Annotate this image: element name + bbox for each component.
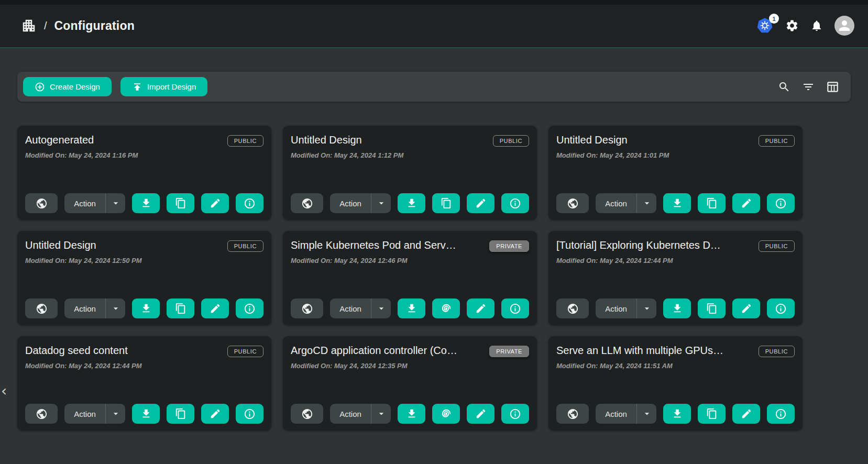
- info-design-button[interactable]: [236, 404, 263, 424]
- chevron-down-icon[interactable]: [371, 198, 391, 208]
- edit-design-button[interactable]: [201, 404, 229, 424]
- clone-design-button[interactable]: [698, 299, 726, 318]
- action-button-label[interactable]: Action: [64, 199, 105, 208]
- collapse-panel-chevron-icon[interactable]: ‹: [1, 384, 7, 399]
- download-design-button[interactable]: [132, 404, 160, 424]
- action-split-button[interactable]: Action: [330, 404, 391, 424]
- visibility-badge[interactable]: PUBLIC: [759, 346, 795, 357]
- kubernetes-context-icon[interactable]: 1: [756, 17, 774, 35]
- edit-design-button[interactable]: [732, 299, 760, 318]
- download-design-button[interactable]: [663, 299, 691, 318]
- info-icon: [509, 303, 521, 315]
- visibility-globe-button[interactable]: [291, 193, 323, 213]
- download-design-button[interactable]: [398, 193, 425, 213]
- info-design-button[interactable]: [501, 193, 529, 213]
- visibility-badge[interactable]: PRIVATE: [489, 346, 529, 357]
- visibility-badge[interactable]: PRIVATE: [489, 240, 529, 252]
- chevron-down-icon[interactable]: [637, 408, 656, 419]
- chevron-down-icon[interactable]: [637, 198, 656, 208]
- action-split-button[interactable]: Action: [64, 404, 125, 424]
- visibility-globe-button[interactable]: [25, 299, 58, 318]
- download-design-button[interactable]: [663, 404, 691, 424]
- clone-design-button[interactable]: [167, 404, 194, 424]
- visibility-globe-button[interactable]: [291, 299, 323, 318]
- info-design-button[interactable]: [767, 193, 795, 213]
- pencil-icon: [741, 303, 752, 314]
- visibility-badge[interactable]: PUBLIC: [227, 135, 263, 147]
- visibility-globe-button[interactable]: [291, 404, 323, 424]
- action-button-label[interactable]: Action: [596, 304, 636, 313]
- clone-design-button[interactable]: [167, 299, 194, 318]
- info-design-button[interactable]: [767, 404, 795, 424]
- visibility-globe-button[interactable]: [556, 404, 589, 424]
- download-design-button[interactable]: [132, 299, 160, 318]
- action-button-label[interactable]: Action: [330, 199, 371, 208]
- design-swirl-button[interactable]: [432, 299, 460, 318]
- action-split-button[interactable]: Action: [330, 193, 391, 213]
- action-split-button[interactable]: Action: [596, 193, 656, 213]
- action-button-label[interactable]: Action: [64, 410, 105, 418]
- edit-design-button[interactable]: [467, 193, 495, 213]
- action-split-button[interactable]: Action: [64, 193, 125, 213]
- download-design-button[interactable]: [398, 299, 425, 318]
- clone-design-button[interactable]: [698, 404, 726, 424]
- chevron-down-icon[interactable]: [371, 303, 391, 314]
- search-icon[interactable]: [777, 80, 791, 94]
- settings-gear-icon[interactable]: [785, 19, 799, 32]
- info-design-button[interactable]: [236, 299, 263, 318]
- chevron-down-icon[interactable]: [106, 303, 125, 314]
- info-icon: [775, 197, 787, 209]
- notifications-bell-icon[interactable]: [810, 19, 823, 32]
- table-view-icon[interactable]: [826, 80, 839, 94]
- edit-design-button[interactable]: [201, 299, 229, 318]
- edit-design-button[interactable]: [467, 404, 495, 424]
- clone-design-button[interactable]: [167, 193, 194, 213]
- chevron-down-icon[interactable]: [371, 408, 391, 419]
- download-design-button[interactable]: [132, 193, 160, 213]
- action-button-label[interactable]: Action: [596, 199, 636, 208]
- info-design-button[interactable]: [767, 299, 795, 318]
- filter-icon[interactable]: [801, 80, 815, 94]
- info-design-button[interactable]: [236, 193, 263, 213]
- edit-design-button[interactable]: [732, 404, 760, 424]
- action-split-button[interactable]: Action: [596, 404, 656, 424]
- chevron-down-icon[interactable]: [637, 303, 656, 314]
- visibility-badge[interactable]: PUBLIC: [759, 135, 795, 147]
- chevron-down-icon[interactable]: [106, 198, 125, 208]
- info-design-button[interactable]: [501, 404, 529, 424]
- edit-design-button[interactable]: [467, 299, 495, 318]
- pencil-icon: [475, 408, 487, 419]
- card-action-row: Action: [291, 299, 529, 318]
- clone-design-button[interactable]: [698, 193, 726, 213]
- create-design-button[interactable]: Create Design: [23, 77, 112, 96]
- action-split-button[interactable]: Action: [596, 299, 656, 318]
- action-button-label[interactable]: Action: [596, 410, 636, 418]
- visibility-globe-button[interactable]: [556, 193, 589, 213]
- download-design-button[interactable]: [398, 404, 425, 424]
- organization-building-icon[interactable]: [21, 18, 37, 34]
- action-split-button[interactable]: Action: [330, 299, 391, 318]
- visibility-badge[interactable]: PUBLIC: [759, 240, 795, 252]
- user-avatar[interactable]: [834, 16, 854, 36]
- visibility-globe-button[interactable]: [25, 404, 58, 424]
- edit-design-button[interactable]: [732, 193, 760, 213]
- visibility-badge[interactable]: PUBLIC: [493, 135, 529, 147]
- clone-design-button[interactable]: [432, 193, 460, 213]
- chevron-down-icon[interactable]: [106, 408, 125, 419]
- visibility-globe-button[interactable]: [25, 193, 58, 213]
- visibility-badge[interactable]: PUBLIC: [227, 240, 263, 252]
- action-split-button[interactable]: Action: [64, 299, 125, 318]
- action-button-label[interactable]: Action: [330, 304, 371, 313]
- edit-design-button[interactable]: [201, 193, 229, 213]
- action-button-label[interactable]: Action: [64, 304, 105, 313]
- download-design-button[interactable]: [663, 193, 691, 213]
- info-icon: [244, 197, 256, 209]
- info-design-button[interactable]: [501, 299, 529, 318]
- import-design-label: Import Design: [147, 82, 196, 91]
- visibility-badge[interactable]: PUBLIC: [227, 346, 263, 357]
- action-button-label[interactable]: Action: [330, 410, 371, 418]
- visibility-globe-button[interactable]: [556, 299, 589, 318]
- design-swirl-button[interactable]: [432, 404, 460, 424]
- card-action-row: Action: [25, 193, 263, 213]
- import-design-button[interactable]: Import Design: [120, 77, 207, 96]
